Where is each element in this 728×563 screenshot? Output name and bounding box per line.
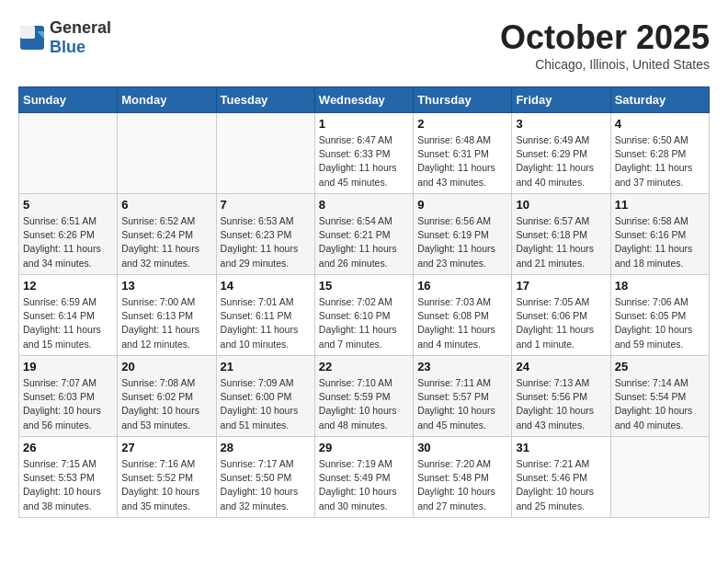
calendar-week-3: 19Sunrise: 7:07 AM Sunset: 6:03 PM Dayli…	[19, 356, 710, 437]
day-number: 8	[319, 198, 409, 212]
calendar-week-1: 5Sunrise: 6:51 AM Sunset: 6:26 PM Daylig…	[19, 194, 710, 275]
day-number: 24	[516, 360, 606, 373]
day-number: 27	[121, 441, 211, 454]
month-title: October 2025	[500, 18, 710, 57]
calendar-cell: 20Sunrise: 7:08 AM Sunset: 6:02 PM Dayli…	[118, 356, 216, 437]
day-number: 20	[121, 360, 211, 373]
day-info: Sunrise: 7:10 AM Sunset: 5:59 PM Dayligh…	[319, 376, 409, 432]
calendar-cell: 1Sunrise: 6:47 AM Sunset: 6:33 PM Daylig…	[314, 113, 413, 194]
weekday-header-wednesday: Wednesday	[314, 87, 413, 113]
day-number: 22	[319, 360, 409, 373]
calendar-cell: 21Sunrise: 7:09 AM Sunset: 6:00 PM Dayli…	[216, 356, 314, 437]
calendar-cell: 3Sunrise: 6:49 AM Sunset: 6:29 PM Daylig…	[512, 113, 610, 194]
calendar-cell: 23Sunrise: 7:11 AM Sunset: 5:57 PM Dayli…	[414, 356, 512, 437]
day-number: 12	[23, 279, 113, 293]
day-info: Sunrise: 6:53 AM Sunset: 6:23 PM Dayligh…	[221, 214, 311, 270]
calendar-body: 1Sunrise: 6:47 AM Sunset: 6:33 PM Daylig…	[19, 113, 710, 518]
day-info: Sunrise: 6:51 AM Sunset: 6:26 PM Dayligh…	[23, 214, 113, 270]
day-info: Sunrise: 7:13 AM Sunset: 5:56 PM Dayligh…	[516, 376, 606, 432]
weekday-header-tuesday: Tuesday	[216, 87, 314, 113]
day-info: Sunrise: 7:09 AM Sunset: 6:00 PM Dayligh…	[221, 376, 311, 432]
weekday-header-thursday: Thursday	[414, 87, 512, 113]
day-info: Sunrise: 6:49 AM Sunset: 6:29 PM Dayligh…	[516, 133, 606, 190]
day-info: Sunrise: 7:01 AM Sunset: 6:11 PM Dayligh…	[221, 295, 311, 351]
day-number: 15	[319, 279, 409, 293]
calendar-cell: 13Sunrise: 7:00 AM Sunset: 6:13 PM Dayli…	[118, 275, 216, 356]
day-number: 29	[319, 441, 409, 454]
day-info: Sunrise: 6:50 AM Sunset: 6:28 PM Dayligh…	[615, 133, 705, 190]
day-number: 17	[516, 279, 606, 293]
day-number: 23	[417, 360, 507, 373]
day-info: Sunrise: 6:58 AM Sunset: 6:16 PM Dayligh…	[615, 214, 705, 270]
calendar-week-4: 26Sunrise: 7:15 AM Sunset: 5:53 PM Dayli…	[19, 437, 710, 518]
calendar-week-0: 1Sunrise: 6:47 AM Sunset: 6:33 PM Daylig…	[19, 113, 710, 194]
day-number: 6	[121, 198, 211, 212]
day-number: 5	[23, 198, 113, 212]
calendar-cell: 5Sunrise: 6:51 AM Sunset: 6:26 PM Daylig…	[19, 194, 118, 275]
calendar-cell: 14Sunrise: 7:01 AM Sunset: 6:11 PM Dayli…	[216, 275, 314, 356]
day-info: Sunrise: 7:08 AM Sunset: 6:02 PM Dayligh…	[121, 376, 211, 432]
day-number: 3	[516, 117, 606, 131]
calendar-cell: 10Sunrise: 6:57 AM Sunset: 6:18 PM Dayli…	[512, 194, 610, 275]
day-info: Sunrise: 6:48 AM Sunset: 6:31 PM Dayligh…	[417, 133, 507, 190]
calendar-cell: 12Sunrise: 6:59 AM Sunset: 6:14 PM Dayli…	[19, 275, 118, 356]
day-number: 21	[221, 360, 311, 373]
day-number: 19	[23, 360, 113, 373]
day-number: 10	[516, 198, 606, 212]
day-info: Sunrise: 7:19 AM Sunset: 5:49 PM Dayligh…	[319, 457, 409, 513]
day-info: Sunrise: 6:59 AM Sunset: 6:14 PM Dayligh…	[23, 295, 113, 351]
day-number: 4	[615, 117, 705, 131]
calendar-cell: 16Sunrise: 7:03 AM Sunset: 6:08 PM Dayli…	[414, 275, 512, 356]
calendar-cell: 19Sunrise: 7:07 AM Sunset: 6:03 PM Dayli…	[19, 356, 118, 437]
calendar-cell: 25Sunrise: 7:14 AM Sunset: 5:54 PM Dayli…	[610, 356, 709, 437]
calendar-cell: 9Sunrise: 6:56 AM Sunset: 6:19 PM Daylig…	[414, 194, 512, 275]
day-number: 31	[516, 441, 606, 454]
day-info: Sunrise: 7:07 AM Sunset: 6:03 PM Dayligh…	[23, 376, 113, 432]
day-number: 11	[615, 198, 705, 212]
calendar-cell: 24Sunrise: 7:13 AM Sunset: 5:56 PM Dayli…	[512, 356, 610, 437]
logo-icon	[18, 24, 46, 52]
calendar-cell: 15Sunrise: 7:02 AM Sunset: 6:10 PM Dayli…	[314, 275, 413, 356]
day-number: 14	[221, 279, 311, 293]
day-info: Sunrise: 6:56 AM Sunset: 6:19 PM Dayligh…	[417, 214, 507, 270]
day-info: Sunrise: 7:02 AM Sunset: 6:10 PM Dayligh…	[319, 295, 409, 351]
weekday-header-row: SundayMondayTuesdayWednesdayThursdayFrid…	[19, 87, 710, 113]
calendar-cell: 2Sunrise: 6:48 AM Sunset: 6:31 PM Daylig…	[414, 113, 512, 194]
day-number: 18	[615, 279, 705, 293]
day-number: 16	[417, 279, 507, 293]
day-info: Sunrise: 7:05 AM Sunset: 6:06 PM Dayligh…	[516, 295, 606, 351]
calendar-cell: 31Sunrise: 7:21 AM Sunset: 5:46 PM Dayli…	[512, 437, 610, 518]
day-number: 30	[417, 441, 507, 454]
calendar-cell	[19, 113, 118, 194]
calendar-cell: 7Sunrise: 6:53 AM Sunset: 6:23 PM Daylig…	[216, 194, 314, 275]
day-info: Sunrise: 7:03 AM Sunset: 6:08 PM Dayligh…	[417, 295, 507, 351]
calendar-cell: 6Sunrise: 6:52 AM Sunset: 6:24 PM Daylig…	[118, 194, 216, 275]
calendar-cell	[610, 437, 709, 518]
day-info: Sunrise: 7:16 AM Sunset: 5:52 PM Dayligh…	[121, 457, 211, 513]
day-number: 28	[221, 441, 311, 454]
weekday-header-sunday: Sunday	[19, 87, 118, 113]
calendar-cell	[118, 113, 216, 194]
location-title: Chicago, Illinois, United States	[500, 57, 710, 72]
logo-text-general: General	[50, 18, 111, 37]
svg-rect-2	[20, 26, 35, 39]
day-info: Sunrise: 6:57 AM Sunset: 6:18 PM Dayligh…	[516, 214, 606, 270]
day-info: Sunrise: 7:00 AM Sunset: 6:13 PM Dayligh…	[121, 295, 211, 351]
day-info: Sunrise: 7:17 AM Sunset: 5:50 PM Dayligh…	[221, 457, 311, 513]
day-info: Sunrise: 7:15 AM Sunset: 5:53 PM Dayligh…	[23, 457, 113, 513]
calendar-cell: 17Sunrise: 7:05 AM Sunset: 6:06 PM Dayli…	[512, 275, 610, 356]
calendar-cell: 28Sunrise: 7:17 AM Sunset: 5:50 PM Dayli…	[216, 437, 314, 518]
calendar-header: SundayMondayTuesdayWednesdayThursdayFrid…	[19, 87, 710, 113]
day-info: Sunrise: 7:14 AM Sunset: 5:54 PM Dayligh…	[615, 376, 705, 432]
weekday-header-friday: Friday	[512, 87, 610, 113]
day-number: 9	[417, 198, 507, 212]
day-info: Sunrise: 6:52 AM Sunset: 6:24 PM Dayligh…	[121, 214, 211, 270]
weekday-header-monday: Monday	[118, 87, 216, 113]
day-info: Sunrise: 6:47 AM Sunset: 6:33 PM Dayligh…	[319, 133, 409, 190]
day-info: Sunrise: 7:20 AM Sunset: 5:48 PM Dayligh…	[417, 457, 507, 513]
day-number: 13	[121, 279, 211, 293]
calendar-cell: 29Sunrise: 7:19 AM Sunset: 5:49 PM Dayli…	[314, 437, 413, 518]
calendar-cell: 8Sunrise: 6:54 AM Sunset: 6:21 PM Daylig…	[314, 194, 413, 275]
day-info: Sunrise: 7:06 AM Sunset: 6:05 PM Dayligh…	[615, 295, 705, 351]
title-block: October 2025 Chicago, Illinois, United S…	[500, 18, 710, 72]
